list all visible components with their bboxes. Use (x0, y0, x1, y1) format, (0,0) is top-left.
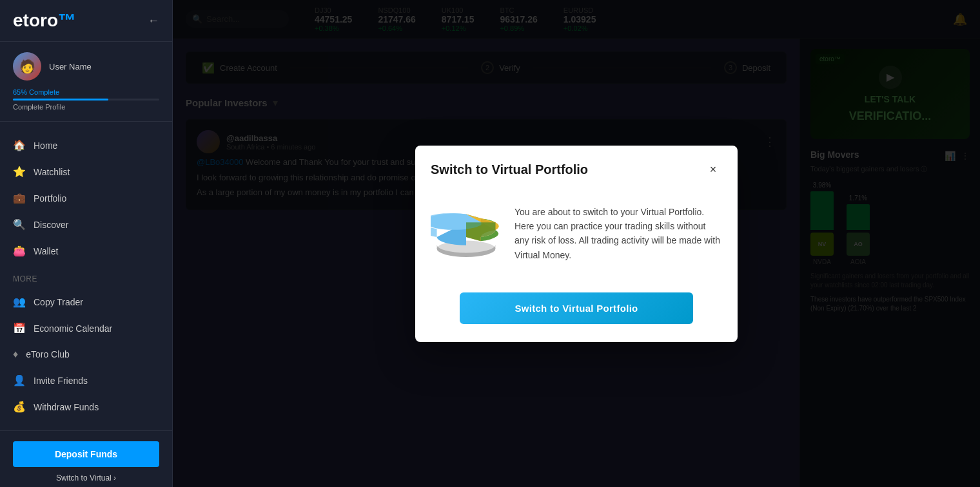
sidebar-item-label: Watchlist (34, 167, 70, 177)
sidebar-item-home[interactable]: 🏠 Home (0, 132, 172, 158)
deposit-funds-button[interactable]: Deposit Funds (13, 441, 159, 467)
sidebar-bottom: Deposit Funds Switch to Virtual › (0, 430, 172, 487)
complete-profile-link[interactable]: Complete Profile (13, 103, 159, 111)
progress-section: 65% Complete Complete Profile (13, 88, 159, 111)
user-info: 🧑 User Name (13, 52, 159, 81)
switch-virtual-modal: Switch to Virtual Portfolio × (415, 146, 738, 342)
sidebar-item-label: Economic Calendar (34, 323, 112, 334)
sidebar-item-label: Copy Trader (34, 297, 83, 307)
user-section: 🧑 User Name 65% Complete Complete Profil… (0, 42, 172, 122)
pie-chart (431, 205, 502, 272)
avatar: 🧑 (13, 52, 41, 81)
nav-section: 🏠 Home ⭐ Watchlist 💼 Portfolio 🔍 Discove… (0, 122, 172, 430)
sidebar-item-economic-calendar[interactable]: 📅 Economic Calendar (0, 315, 172, 341)
modal-header: Switch to Virtual Portfolio × (415, 146, 738, 189)
sidebar-logo-area: etoro™ ← (0, 0, 172, 42)
modal-overlay: Switch to Virtual Portfolio × (173, 0, 980, 487)
calendar-icon: 📅 (13, 322, 26, 334)
sidebar-item-label: Wallet (34, 246, 58, 256)
wallet-icon: 👛 (13, 245, 26, 257)
sidebar-item-portfolio[interactable]: 💼 Portfolio (0, 185, 172, 211)
progress-fill (13, 99, 108, 100)
sidebar-item-label: Withdraw Funds (34, 402, 99, 412)
progress-label: 65% Complete (13, 88, 159, 96)
modal-description: You are about to switch to your Virtual … (514, 205, 722, 263)
etoro-logo: etoro™ (13, 10, 76, 31)
sidebar-item-label: Home (34, 140, 57, 151)
user-name: User Name (49, 62, 92, 72)
progress-bar (13, 99, 159, 100)
invite-icon: 👤 (13, 374, 26, 387)
back-arrow-icon[interactable]: ← (148, 14, 159, 28)
sidebar-item-label: Invite Friends (34, 376, 88, 386)
switch-virtual-button[interactable]: Switch to Virtual › (13, 473, 159, 482)
club-icon: ♦ (13, 349, 18, 360)
sidebar-item-label: eToro Club (26, 349, 70, 359)
modal-title: Switch to Virtual Portfolio (431, 162, 588, 177)
sidebar: etoro™ ← 🧑 User Name 65% Complete Comple… (0, 0, 173, 487)
sidebar-item-label: Portfolio (34, 193, 66, 204)
pie-chart-svg (431, 205, 502, 269)
sidebar-item-discover[interactable]: 🔍 Discover (0, 211, 172, 238)
discover-icon: 🔍 (13, 218, 26, 231)
modal-body: You are about to switch to your Virtual … (415, 189, 738, 292)
sidebar-item-watchlist[interactable]: ⭐ Watchlist (0, 158, 172, 185)
confirm-switch-button[interactable]: Switch to Virtual Portfolio (460, 292, 693, 324)
home-icon: 🏠 (13, 139, 26, 151)
sidebar-item-invite-friends[interactable]: 👤 Invite Friends (0, 367, 172, 394)
sidebar-item-label: Discover (34, 220, 68, 230)
more-label: More (0, 269, 172, 289)
sidebar-item-etoro-club[interactable]: ♦ eToro Club (0, 341, 172, 367)
sidebar-item-withdraw-funds[interactable]: 💰 Withdraw Funds (0, 394, 172, 420)
copy-trader-icon: 👥 (13, 296, 26, 308)
withdraw-icon: 💰 (13, 401, 26, 413)
modal-close-button[interactable]: × (704, 161, 722, 179)
portfolio-icon: 💼 (13, 192, 26, 204)
watchlist-icon: ⭐ (13, 166, 26, 178)
sidebar-item-wallet[interactable]: 👛 Wallet (0, 238, 172, 264)
sidebar-item-copy-trader[interactable]: 👥 Copy Trader (0, 289, 172, 315)
modal-footer: Switch to Virtual Portfolio (415, 292, 738, 342)
